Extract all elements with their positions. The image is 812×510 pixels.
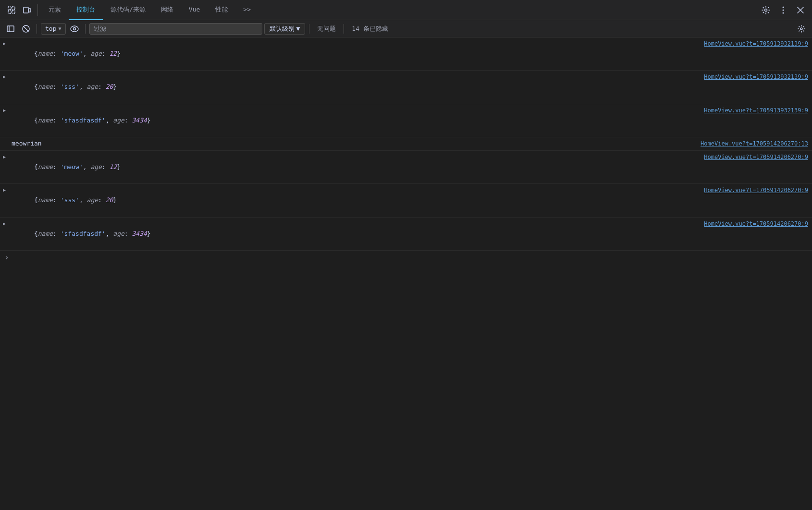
clear-console-icon[interactable] [19,22,33,36]
svg-rect-3 [12,11,15,13]
console-output: ▶ {name: 'meow', age: 12} HomeView.vue?t… [0,37,812,510]
expand-arrow-5[interactable]: ▶ [3,153,6,161]
tab-more[interactable]: >> [235,0,258,20]
expand-arrow-1[interactable]: ▶ [3,40,6,48]
sidebar-toggle-icon[interactable] [4,22,17,36]
close-devtools-icon[interactable] [793,2,808,18]
console-row-3[interactable]: ▶ {name: 'sfasdfasdf', age: 3434} HomeVi… [0,104,812,137]
console-row-5[interactable]: ▶ {name: 'meow', age: 12} HomeView.vue?t… [0,151,812,184]
top-context-selector[interactable]: top ▼ [41,23,66,35]
svg-point-17 [73,27,75,30]
console-toolbar: top ▼ 默认级别 ▼ 无问题 14 条已隐藏 [0,20,812,37]
inspect-element-icon[interactable] [4,2,19,18]
more-options-icon[interactable] [775,2,791,18]
console-row-7[interactable]: ▶ {name: 'sfasdfasdf', age: 3434} HomeVi… [0,218,812,251]
console-row-2[interactable]: ▶ {name: 'sss', age: 20} HomeView.vue?t=… [0,71,812,104]
source-link-2[interactable]: HomeView.vue?t=1705913932139:9 [696,72,808,82]
prompt-arrow-icon: › [5,254,9,261]
svg-line-15 [24,26,28,31]
tab-console[interactable]: 控制台 [69,0,103,20]
source-link-1[interactable]: HomeView.vue?t=1705913932139:9 [696,39,808,49]
source-link-6[interactable]: HomeView.vue?t=1705914206270:9 [696,185,808,195]
device-toolbar-icon[interactable] [19,2,35,18]
svg-rect-2 [8,11,11,13]
tab-performance[interactable]: 性能 [208,0,235,20]
nav-divider-1 [37,4,38,16]
svg-rect-4 [24,7,28,13]
svg-rect-5 [29,9,31,12]
svg-point-9 [783,12,784,13]
console-prompt[interactable]: › [0,251,812,264]
tab-vue[interactable]: Vue [181,0,208,20]
tab-sources[interactable]: 源代码/来源 [103,0,153,20]
toolbar-divider-4 [344,24,344,34]
source-link-4[interactable]: HomeView.vue?t=1705914206270:13 [693,139,808,148]
source-link-5[interactable]: HomeView.vue?t=1705914206270:9 [696,152,808,162]
expand-arrow-2[interactable]: ▶ [3,73,6,81]
expand-arrow-3[interactable]: ▶ [3,107,6,114]
source-link-3[interactable]: HomeView.vue?t=1705913932139:9 [696,106,808,115]
chevron-down-icon: ▼ [58,26,61,31]
tab-network[interactable]: 网络 [153,0,181,20]
tab-elements[interactable]: 元素 [41,0,69,20]
filter-input[interactable] [89,23,262,35]
eye-icon[interactable] [68,22,81,36]
toolbar-divider-2 [85,24,86,34]
toolbar-divider-3 [309,24,309,34]
no-issues-label: 无问题 [313,24,340,33]
svg-rect-1 [12,7,15,10]
console-settings-icon[interactable] [795,22,808,36]
svg-point-8 [783,9,784,11]
hidden-count-label: 14 条已隐藏 [348,24,392,33]
devtools-topbar: 元素 控制台 源代码/来源 网络 Vue 性能 >> [0,0,812,20]
console-row-1[interactable]: ▶ {name: 'meow', age: 12} HomeView.vue?t… [0,37,812,71]
topbar-right-icons [758,2,808,18]
svg-point-7 [783,6,784,8]
toolbar-divider-1 [37,24,37,34]
svg-rect-0 [8,7,11,10]
source-link-7[interactable]: HomeView.vue?t=1705914206270:9 [696,219,808,229]
console-row-4[interactable]: meowrian HomeView.vue?t=1705914206270:13 [0,137,812,151]
expand-arrow-7[interactable]: ▶ [3,220,6,228]
svg-point-6 [765,9,767,11]
log-level-selector[interactable]: 默认级别 ▼ [264,23,306,35]
console-row-6[interactable]: ▶ {name: 'sss', age: 20} HomeView.vue?t=… [0,184,812,217]
svg-point-18 [800,28,802,30]
svg-point-16 [71,26,78,32]
expand-arrow-6[interactable]: ▶ [3,186,6,194]
level-chevron-icon: ▼ [296,25,300,32]
svg-rect-12 [7,26,14,32]
settings-icon[interactable] [758,2,774,18]
